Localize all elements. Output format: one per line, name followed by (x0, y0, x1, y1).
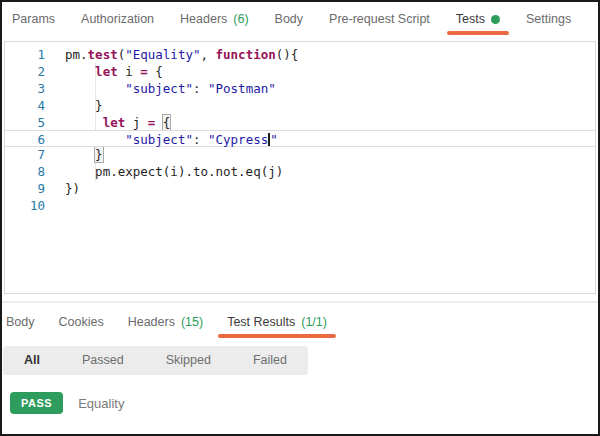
test-result-row: PASS Equality (10, 392, 598, 414)
token-str: "Equality" (125, 47, 200, 62)
tests-indicator-dot-icon (491, 15, 500, 24)
tab-label: Headers (180, 12, 227, 26)
response-tab-headers[interactable]: Headers (15) (128, 303, 203, 340)
code-line[interactable]: 2 let i = { (5, 63, 595, 80)
token-bracket: { (163, 115, 171, 130)
code-line[interactable]: 6 "subject": "Cypress" (5, 130, 595, 147)
test-result-filter-bar: All Passed Skipped Failed (3, 346, 308, 375)
token-str: "Postman" (208, 81, 276, 96)
tab-pre-request-script[interactable]: Pre-request Script (329, 2, 430, 36)
status-badge: PASS (10, 392, 63, 414)
token-bracket: } (95, 147, 103, 162)
code-line[interactable]: 3 "subject": "Postman" (5, 80, 595, 97)
tests-code-editor[interactable]: 1pm.test("Equality", function(){2 let i … (4, 41, 596, 294)
token-str: "subject" (125, 132, 193, 147)
token-kw: let (103, 115, 126, 130)
code-text: pm.expect(i).to.not.eq(j) (45, 163, 283, 180)
test-name: Equality (78, 396, 124, 411)
token-str: " (270, 132, 278, 147)
line-number: 7 (5, 146, 45, 163)
code-text: }) (45, 180, 80, 197)
filter-failed[interactable]: Failed (232, 346, 308, 375)
tab-label: Cookies (59, 315, 104, 329)
token-plain (65, 115, 103, 130)
token-plain (65, 147, 95, 162)
tab-params[interactable]: Params (12, 2, 55, 36)
token-plain: (){ (276, 47, 299, 62)
code-text: } (45, 97, 103, 114)
line-number: 2 (5, 63, 45, 80)
line-number: 10 (5, 197, 45, 214)
token-plain: { (148, 64, 163, 79)
filter-all[interactable]: All (3, 346, 61, 375)
line-number: 1 (5, 46, 45, 63)
code-line[interactable]: 4 } (5, 97, 595, 114)
token-plain: pm.expect(i).to.not.eq(j) (65, 164, 283, 179)
line-number: 4 (5, 97, 45, 114)
code-text: let j = { (45, 114, 170, 131)
token-str: "subject" (125, 81, 193, 96)
test-results-count: (1/1) (301, 315, 327, 329)
tab-label: Headers (128, 315, 175, 329)
token-plain: }) (65, 181, 80, 196)
code-line[interactable]: 1pm.test("Equality", function(){ (5, 46, 595, 63)
token-plain (65, 132, 125, 147)
code-text: } (45, 146, 103, 163)
code-text: let i = { (45, 63, 163, 80)
token-plain: : (193, 132, 208, 147)
code-text: pm.test("Equality", function(){ (45, 46, 298, 63)
token-plain (65, 64, 95, 79)
headers-count: (6) (233, 12, 248, 26)
token-plain: i (118, 64, 141, 79)
code-text: "subject": "Cypress" (45, 131, 278, 146)
tab-headers[interactable]: Headers (6) (180, 2, 249, 36)
response-tab-test-results[interactable]: Test Results (1/1) (227, 303, 327, 340)
token-plain (155, 115, 163, 130)
tab-authorization[interactable]: Authorization (81, 2, 154, 36)
line-number: 6 (5, 131, 45, 146)
token-plain: : (193, 81, 208, 96)
line-number: 5 (5, 114, 45, 131)
postman-request-panel: Params Authorization Headers (6) Body Pr… (0, 0, 600, 436)
line-number: 9 (5, 180, 45, 197)
token-plain: j (125, 115, 148, 130)
token-kw: let (95, 64, 118, 79)
token-plain: pm. (65, 47, 88, 62)
tab-label: Body (6, 315, 35, 329)
tab-label: Tests (456, 12, 485, 26)
tab-settings[interactable]: Settings (526, 2, 571, 36)
tab-label: Settings (526, 12, 571, 26)
code-line[interactable]: 8 pm.expect(i).to.not.eq(j) (5, 163, 595, 180)
tab-label: Authorization (81, 12, 154, 26)
token-kw: = (140, 64, 148, 79)
token-str: "Cypress (208, 132, 268, 147)
tab-label: Test Results (227, 315, 295, 329)
token-plain: , (200, 47, 215, 62)
response-tab-cookies[interactable]: Cookies (59, 303, 104, 340)
request-tab-bar: Params Authorization Headers (6) Body Pr… (2, 2, 598, 36)
filter-passed[interactable]: Passed (61, 346, 145, 375)
tab-label: Params (12, 12, 55, 26)
line-number: 3 (5, 80, 45, 97)
response-tab-body[interactable]: Body (6, 303, 35, 340)
code-line[interactable]: 9}) (5, 180, 595, 197)
code-line[interactable]: 10 (5, 197, 595, 214)
tab-body[interactable]: Body (275, 2, 304, 36)
code-line[interactable]: 5 let j = { (5, 114, 595, 131)
token-kw: test (88, 47, 118, 62)
response-headers-count: (15) (181, 315, 203, 329)
code-line[interactable]: 7 } (5, 146, 595, 163)
tab-label: Body (275, 12, 304, 26)
tab-label: Pre-request Script (329, 12, 430, 26)
code-text (45, 197, 65, 214)
response-tab-bar: Body Cookies Headers (15) Test Results (… (2, 303, 598, 340)
filter-skipped[interactable]: Skipped (145, 346, 232, 375)
code-text: "subject": "Postman" (45, 80, 276, 97)
tab-tests[interactable]: Tests (456, 2, 500, 36)
token-plain (65, 81, 125, 96)
token-kw: function (216, 47, 276, 62)
token-plain: } (65, 98, 103, 113)
line-number: 8 (5, 163, 45, 180)
